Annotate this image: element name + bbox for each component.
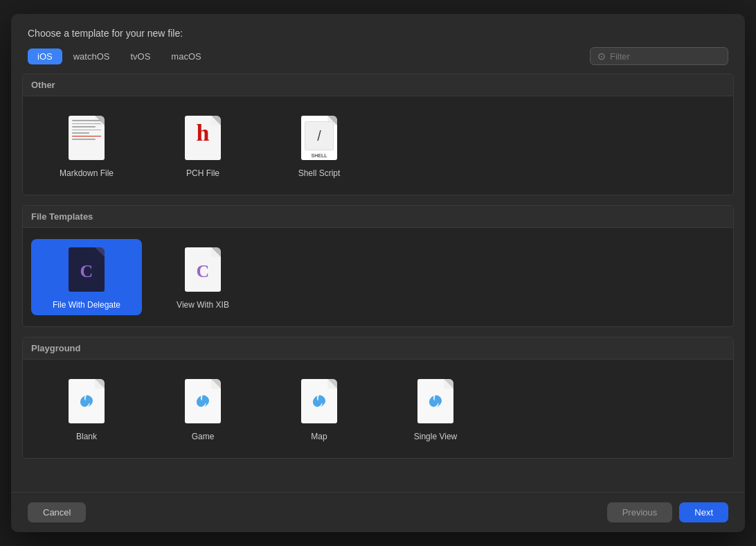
file-delegate-doc-icon: C [69,247,105,292]
template-shell[interactable]: / SHELL Shell Script [264,107,375,184]
previous-button[interactable]: Previous [607,502,673,522]
shell-label: Shell Script [298,168,341,178]
view-with-xib-label: View With XIB [177,300,229,310]
single-view-icon-container [415,376,456,426]
map-doc-icon [301,379,337,423]
pch-label: PCH File [186,168,219,178]
section-file-templates-header: File Templates [23,206,733,228]
markdown-doc-icon [69,116,105,160]
template-view-with-xib[interactable]: C View With XIB [147,239,258,315]
single-view-doc-icon [417,379,453,423]
file-templates-items-grid: C File With Delegate C [31,239,725,315]
single-view-label: Single View [414,432,457,441]
section-other-content: Markdown File h [23,96,733,195]
tab-bar: iOS watchOS tvOS macOS ⊙ [11,47,745,73]
footer-right: Previous Next [607,502,728,522]
next-button[interactable]: Next [679,502,728,522]
game-icon-container [182,376,224,426]
section-playground-content: Blank [23,360,733,458]
markdown-label: Markdown File [60,168,114,178]
game-label: Game [192,432,215,441]
blank-doc-icon [69,379,105,423]
shell-doc-icon: / SHELL [301,116,337,160]
map-icon-container [298,376,340,426]
file-with-delegate-icon-container: C [66,245,107,294]
template-markdown[interactable]: Markdown File [31,107,142,184]
view-xib-doc-icon: C [185,247,221,292]
cancel-button[interactable]: Cancel [28,502,86,522]
new-file-dialog: Choose a template for your new file: iOS… [11,14,745,532]
filter-input[interactable] [610,51,721,62]
footer-left: Cancel [28,502,86,522]
blank-icon-container [66,376,107,426]
view-with-xib-icon-container: C [182,245,224,294]
section-file-templates: File Templates C File With [22,205,734,327]
pch-doc-icon: h [185,116,221,160]
dialog-footer: Cancel Previous Next [11,492,745,532]
section-playground: Playground [22,337,734,459]
playground-items-grid: Blank [31,371,725,447]
swift-bird-game [193,392,213,412]
template-game[interactable]: Game [147,371,258,447]
template-blank[interactable]: Blank [31,371,142,447]
shell-icon-container: / SHELL [298,113,340,163]
filter-box: ⊙ [590,47,728,65]
filter-icon: ⊙ [597,51,606,62]
tab-ios[interactable]: iOS [28,49,62,64]
tab-tvos[interactable]: tvOS [120,49,160,64]
section-playground-header: Playground [23,337,733,360]
section-file-templates-content: C File With Delegate C [23,228,733,326]
swift-bird-map [309,392,329,412]
tab-watchos[interactable]: watchOS [64,49,120,64]
section-other: Other [22,73,734,195]
template-file-with-delegate[interactable]: C File With Delegate [31,239,142,315]
file-with-delegate-label: File With Delegate [53,300,120,310]
template-pch[interactable]: h PCH File [147,107,258,184]
content-area: Other [11,73,745,492]
swift-bird-blank [77,392,96,412]
blank-label: Blank [76,432,97,441]
template-map[interactable]: Map [264,371,375,447]
other-items-grid: Markdown File h [31,107,725,184]
game-doc-icon [185,379,221,423]
swift-bird-single-view [426,392,445,412]
dialog-title: Choose a template for your new file: [11,14,745,47]
markdown-icon-container [66,113,107,163]
tab-macos[interactable]: macOS [161,49,210,64]
pch-icon-container: h [182,113,224,163]
map-label: Map [311,432,327,441]
template-single-view[interactable]: Single View [380,371,491,447]
section-other-header: Other [23,74,733,96]
tab-bar-left: iOS watchOS tvOS macOS [28,49,211,64]
